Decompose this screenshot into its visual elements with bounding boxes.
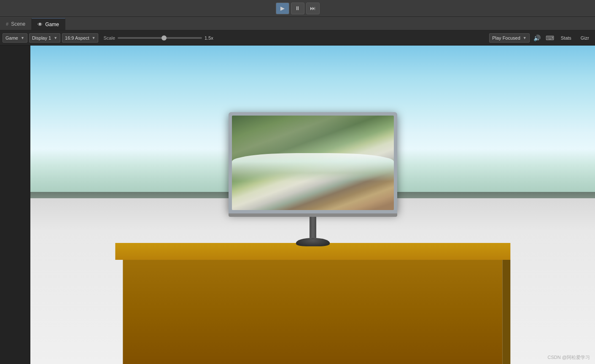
monitor-bottom-bar [229, 213, 397, 217]
audio-icon: 🔊 [533, 35, 541, 41]
game-dropdown-arrow: ▼ [21, 36, 24, 40]
monitor-screen [232, 116, 394, 210]
main-area: CSDN @阿松爱学习 [0, 46, 595, 364]
toolbar-right: Play Focused ▼ 🔊 ⌨ Stats Gizr [489, 33, 592, 43]
play-focused-dropdown[interactable]: Play Focused ▼ [489, 33, 530, 43]
desk-right-side [502, 260, 510, 364]
monitor-screen-overlay [232, 116, 394, 210]
aspect-dropdown[interactable]: 16:9 Aspect ▼ [62, 33, 98, 43]
step-button[interactable]: ⏭ [306, 3, 320, 14]
play-focused-label: Play Focused [492, 35, 520, 40]
stats-label: Stats [561, 35, 571, 40]
keyboard-button[interactable]: ⌨ [545, 33, 555, 43]
scene-icon: # [6, 22, 8, 27]
monitor-base [296, 238, 330, 246]
monitor-frame [229, 112, 397, 213]
desk-object [115, 243, 510, 364]
watermark: CSDN @阿松爱学习 [548, 354, 590, 361]
scale-value: 1.5x [205, 35, 217, 40]
scale-label: Scale [103, 35, 115, 40]
game-eye-icon: 👁 [38, 22, 43, 27]
scale-container: Scale 1.5x [103, 35, 217, 40]
game-dropdown-label: Game [5, 35, 18, 40]
display-dropdown[interactable]: Display 1 ▼ [29, 33, 60, 43]
gizmos-button[interactable]: Gizr [577, 33, 592, 43]
pause-button[interactable]: ⏸ [291, 3, 304, 14]
tab-game[interactable]: 👁 Game [32, 18, 65, 30]
keyboard-icon: ⌨ [546, 35, 554, 41]
scale-slider[interactable] [118, 37, 202, 39]
tab-scene-label: Scene [11, 21, 25, 27]
gizmos-label: Gizr [581, 35, 589, 40]
left-sidebar [0, 46, 30, 364]
game-viewport: CSDN @阿松爱学习 [30, 46, 595, 364]
monitor-object [229, 112, 397, 246]
game-dropdown[interactable]: Game ▼ [3, 33, 27, 43]
monitor-neck [310, 217, 316, 238]
tab-scene[interactable]: # Scene [0, 18, 32, 30]
tab-bar: # Scene 👁 Game [0, 17, 595, 30]
aspect-dropdown-arrow: ▼ [92, 36, 96, 40]
desk-front [123, 260, 503, 364]
display-dropdown-label: Display 1 [32, 35, 51, 40]
play-focused-arrow: ▼ [523, 36, 527, 40]
game-toolbar: Game ▼ Display 1 ▼ 16:9 Aspect ▼ Scale 1… [0, 30, 595, 46]
play-button[interactable]: ▶ [276, 3, 289, 14]
tab-game-label: Game [45, 22, 59, 27]
aspect-dropdown-label: 16:9 Aspect [65, 35, 89, 40]
display-dropdown-arrow: ▼ [54, 36, 57, 40]
play-controls-toolbar: ▶ ⏸ ⏭ [0, 0, 595, 17]
stats-button[interactable]: Stats [557, 33, 575, 43]
scale-slider-thumb [162, 35, 167, 40]
audio-button[interactable]: 🔊 [532, 33, 542, 43]
